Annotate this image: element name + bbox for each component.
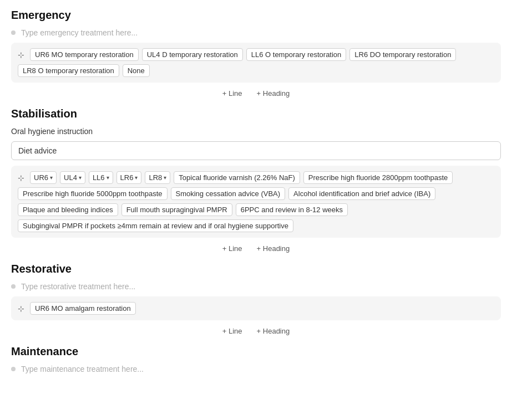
maintenance-dot <box>11 367 16 371</box>
restorative-dot <box>11 284 16 289</box>
emergency-add-heading-button[interactable]: + Heading <box>252 88 295 99</box>
tag-ur6-amalgam[interactable]: UR6 MO amalgam restoration <box>30 302 136 315</box>
emergency-input-row: Type emergency treatment here... <box>11 28 501 37</box>
tag-high-fluoride-5000[interactable]: Prescribe high fluoride 5000ppm toothpas… <box>18 187 168 200</box>
restorative-add-row: + Line + Heading <box>11 326 501 336</box>
stabilisation-drag-handle[interactable]: ⊹ <box>18 173 24 182</box>
maintenance-section: Maintenance Type maintenance treatment h… <box>11 345 501 373</box>
emergency-add-row: + Line + Heading <box>11 88 501 99</box>
ul4-arrow: ▾ <box>79 175 82 181</box>
stabilisation-add-heading-button[interactable]: + Heading <box>252 243 295 254</box>
restorative-add-heading-button[interactable]: + Heading <box>252 326 295 336</box>
tag-topical-fluoride[interactable]: Topical fluoride varnish (2.26% NaF) <box>174 171 300 184</box>
restorative-placeholder[interactable]: Type restorative treatment here... <box>21 282 135 291</box>
stabilisation-add-line-button[interactable]: + Line <box>218 243 247 254</box>
dropdown-ll6[interactable]: LL6 ▾ <box>89 171 113 184</box>
emergency-drag-handle[interactable]: ⊹ <box>18 50 24 59</box>
restorative-add-line-button[interactable]: + Line <box>218 326 247 336</box>
emergency-tag-ll6o[interactable]: LL6 O temporary restoration <box>246 48 347 61</box>
maintenance-placeholder[interactable]: Type maintenance treatment here... <box>21 365 144 373</box>
dropdown-lr6[interactable]: LR6 ▾ <box>116 171 142 184</box>
oral-hygiene-text: Oral hygiene instruction <box>11 127 501 136</box>
stabilisation-add-row: + Line + Heading <box>11 243 501 254</box>
tag-full-mouth-pmpr[interactable]: Full mouth supragingival PMPR <box>121 203 232 216</box>
stabilisation-title: Stabilisation <box>11 107 501 120</box>
maintenance-input-row: Type maintenance treatment here... <box>11 365 501 373</box>
stabilisation-section: Stabilisation Oral hygiene instruction ⊹… <box>11 107 501 254</box>
emergency-tag-ur6mo[interactable]: UR6 MO temporary restoration <box>30 48 139 61</box>
diet-advice-input[interactable] <box>18 146 494 155</box>
tag-plaque-bleeding[interactable]: Plaque and bleeding indices <box>18 203 118 216</box>
dropdown-ur6[interactable]: UR6 ▾ <box>30 171 57 184</box>
emergency-tag-block: ⊹ UR6 MO temporary restoration UL4 D tem… <box>11 43 501 83</box>
emergency-title: Emergency <box>11 9 501 22</box>
tag-subgingival-pmpr[interactable]: Subgingival PMPR if pockets ≥4mm remain … <box>18 219 293 232</box>
diet-advice-input-row[interactable] <box>11 141 501 160</box>
dropdown-ul4[interactable]: UL4 ▾ <box>60 171 85 184</box>
stabilisation-tag-block: ⊹ UR6 ▾ UL4 ▾ LL6 ▾ LR6 ▾ LR8 ▾ Topical … <box>11 166 501 238</box>
restorative-section: Restorative Type restorative treatment h… <box>11 263 501 336</box>
lr6-arrow: ▾ <box>135 175 138 181</box>
emergency-tag-none[interactable]: None <box>123 64 150 77</box>
tag-6ppc-review[interactable]: 6PPC and review in 8-12 weeks <box>236 203 348 216</box>
lr8-arrow: ▾ <box>164 175 166 181</box>
ur6-arrow: ▾ <box>50 175 53 181</box>
ll6-arrow: ▾ <box>107 175 109 181</box>
emergency-tag-lr8o[interactable]: LR8 O temporary restoration <box>18 64 119 77</box>
emergency-add-line-button[interactable]: + Line <box>218 88 247 99</box>
emergency-dot <box>11 30 16 35</box>
emergency-section: Emergency Type emergency treatment here.… <box>11 9 501 99</box>
tag-high-fluoride-2800[interactable]: Prescribe high fluoride 2800ppm toothpas… <box>303 171 453 184</box>
restorative-tag-block: ⊹ UR6 MO amalgam restoration <box>11 296 501 320</box>
restorative-title: Restorative <box>11 263 501 275</box>
restorative-drag-handle[interactable]: ⊹ <box>18 304 24 313</box>
emergency-tag-lr6do[interactable]: LR6 DO temporary restoration <box>349 48 456 61</box>
tag-smoking-cessation[interactable]: Smoking cessation advice (VBA) <box>171 187 286 200</box>
dropdown-lr8[interactable]: LR8 ▾ <box>145 171 170 184</box>
tag-alcohol-identification[interactable]: Alcohol identification and brief advice … <box>288 187 435 200</box>
maintenance-title: Maintenance <box>11 345 501 358</box>
restorative-input-row: Type restorative treatment here... <box>11 282 501 291</box>
emergency-placeholder[interactable]: Type emergency treatment here... <box>21 28 138 37</box>
emergency-tag-ul4d[interactable]: UL4 D temporary restoration <box>142 48 243 61</box>
